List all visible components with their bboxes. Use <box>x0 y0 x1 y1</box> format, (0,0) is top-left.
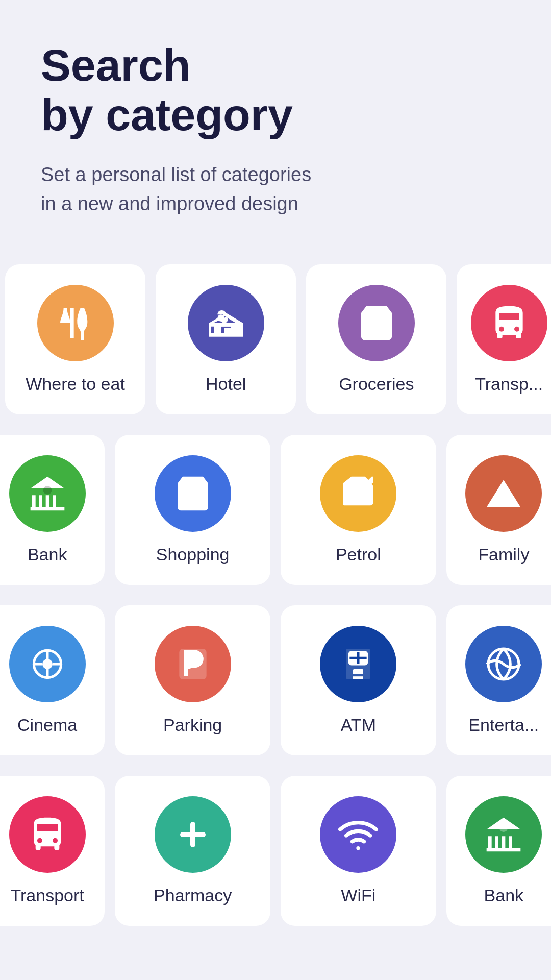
category-card-family[interactable]: Family <box>446 435 551 585</box>
svg-point-19 <box>499 823 508 832</box>
petrol-label: Petrol <box>336 545 381 565</box>
bank2-icon <box>465 796 542 873</box>
category-row-3: Cinema P Parking <box>0 600 551 761</box>
cinema-label: Cinema <box>17 715 77 735</box>
category-card-groceries[interactable]: Groceries <box>306 264 446 414</box>
category-card-transport-r1[interactable]: Transp... <box>457 264 551 414</box>
hotel-label: Hotel <box>206 374 246 394</box>
category-card-entertainment[interactable]: Enterta... <box>446 605 551 755</box>
shopping-label: Shopping <box>156 545 230 565</box>
entertainment-icon <box>465 626 542 702</box>
category-grid: Where to eat Hotel <box>0 249 551 951</box>
category-row-4: Transport Pharmacy WiFi <box>0 771 551 931</box>
family-icon <box>465 455 542 532</box>
category-row-2: Bank Shopping Petrol <box>0 430 551 590</box>
atm-label: ATM <box>341 715 376 735</box>
page-title: Search by category <box>41 41 510 140</box>
wifi-icon <box>320 796 396 873</box>
entertainment-label: Enterta... <box>468 715 539 735</box>
atm-icon <box>320 626 396 702</box>
parking-icon: P <box>155 626 231 702</box>
category-card-cinema[interactable]: Cinema <box>0 605 105 755</box>
petrol-icon <box>320 455 396 532</box>
cinema-icon <box>9 626 86 702</box>
bank2-label: Bank <box>484 886 524 905</box>
svg-point-1 <box>217 314 224 321</box>
family-label: Family <box>478 545 529 565</box>
bank-icon <box>9 455 86 532</box>
page-subtitle: Set a personal list of categories in a n… <box>41 160 510 218</box>
category-card-parking[interactable]: P Parking <box>115 605 270 755</box>
svg-point-4 <box>42 659 53 669</box>
transport-r4-label: Transport <box>11 886 84 905</box>
category-card-where-to-eat[interactable]: Where to eat <box>5 264 145 414</box>
wifi-label: WiFi <box>341 886 375 905</box>
category-card-bank[interactable]: Bank <box>0 435 105 585</box>
category-row-1: Where to eat Hotel <box>0 259 551 420</box>
page-container: Search by category Set a personal list o… <box>0 0 551 951</box>
bank-label: Bank <box>28 545 67 565</box>
svg-rect-16 <box>353 669 363 674</box>
pharmacy-icon <box>155 796 231 873</box>
transport-r1-label: Transp... <box>475 374 543 394</box>
where-to-eat-icon <box>37 285 114 361</box>
groceries-label: Groceries <box>339 374 414 394</box>
category-card-bank2[interactable]: Bank <box>446 776 551 926</box>
parking-label: Parking <box>163 715 222 735</box>
shopping-icon <box>155 455 231 532</box>
transport-r1-icon <box>471 285 547 361</box>
category-card-transport-r4[interactable]: Transport <box>0 776 105 926</box>
category-card-pharmacy[interactable]: Pharmacy <box>115 776 270 926</box>
svg-text:P: P <box>186 652 198 673</box>
category-card-shopping[interactable]: Shopping <box>115 435 270 585</box>
category-card-wifi[interactable]: WiFi <box>281 776 436 926</box>
category-card-hotel[interactable]: Hotel <box>156 264 296 414</box>
transport-r4-icon <box>9 796 86 873</box>
pharmacy-label: Pharmacy <box>154 886 232 905</box>
groceries-icon <box>338 285 415 361</box>
svg-point-2 <box>43 486 52 495</box>
hotel-icon <box>188 285 264 361</box>
where-to-eat-label: Where to eat <box>26 374 125 394</box>
header: Search by category Set a personal list o… <box>0 0 551 249</box>
category-card-petrol[interactable]: Petrol <box>281 435 436 585</box>
category-card-atm[interactable]: ATM <box>281 605 436 755</box>
